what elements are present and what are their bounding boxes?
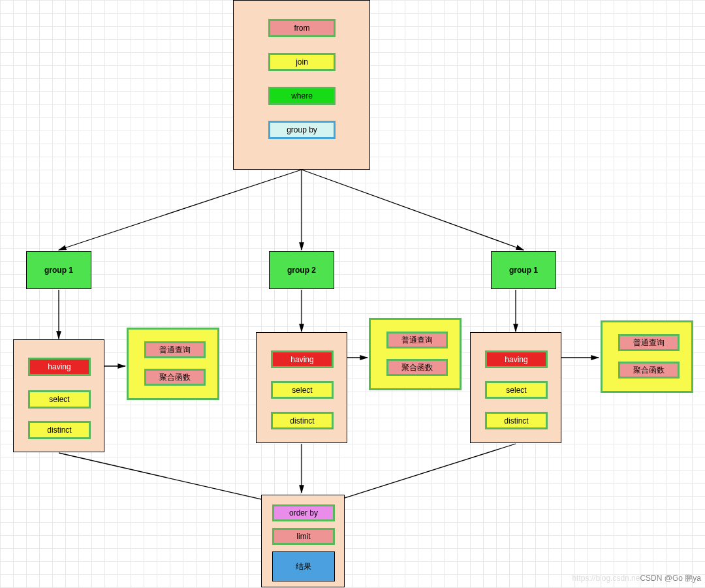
join-item: join — [268, 53, 336, 71]
distinct-3: distinct — [485, 412, 548, 429]
bottom-box: order by limit 结果 — [261, 495, 345, 587]
normal-query-2: 普通查询 — [386, 332, 448, 348]
select-1: select — [28, 390, 91, 409]
distinct-1: distinct — [28, 421, 91, 439]
groupby-item: group by — [268, 121, 336, 139]
agg-func-3: 聚合函数 — [618, 362, 680, 379]
watermark-faint: https://blog.csdn.ne — [572, 574, 640, 583]
query-box-2: 普通查询 聚合函数 — [369, 318, 462, 390]
where-item: where — [268, 87, 336, 105]
watermark: https://blog.csdn.neCSDN @Go 鹏ya — [572, 573, 701, 584]
having-2: having — [271, 350, 334, 368]
orderby-item: order by — [272, 504, 335, 521]
inner-box-3: having select distinct — [470, 332, 561, 443]
from-item: from — [268, 19, 336, 37]
svg-line-0 — [59, 170, 302, 250]
group3-node: group 1 — [491, 251, 556, 289]
normal-query-3: 普通查询 — [618, 334, 680, 351]
distinct-2: distinct — [271, 412, 334, 429]
top-box: from join where group by — [233, 0, 370, 170]
select-3: select — [485, 381, 548, 399]
result-item: 结果 — [272, 551, 335, 581]
inner-box-1: having select distinct — [13, 339, 104, 452]
having-1: having — [28, 358, 91, 376]
svg-line-11 — [330, 444, 516, 503]
query-box-1: 普通查询 聚合函数 — [127, 328, 219, 400]
group2-node: group 2 — [269, 251, 334, 289]
svg-line-9 — [59, 453, 275, 503]
select-2: select — [271, 381, 334, 399]
query-box-3: 普通查询 聚合函数 — [601, 320, 693, 393]
svg-line-2 — [302, 170, 524, 250]
inner-box-2: having select distinct — [256, 332, 347, 443]
agg-func-1: 聚合函数 — [144, 369, 206, 386]
group1-node: group 1 — [26, 251, 91, 289]
having-3: having — [485, 350, 548, 368]
watermark-text: CSDN @Go 鹏ya — [640, 574, 701, 583]
normal-query-1: 普通查询 — [144, 341, 206, 358]
limit-item: limit — [272, 528, 335, 545]
agg-func-2: 聚合函数 — [386, 359, 448, 376]
